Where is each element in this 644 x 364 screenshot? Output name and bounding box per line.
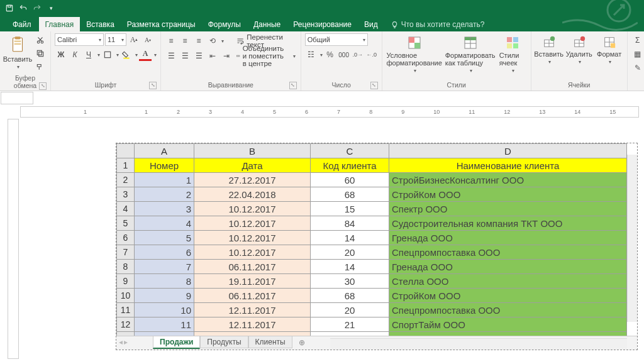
cell[interactable]: 11	[135, 317, 194, 332]
row-header[interactable]: 3	[117, 187, 135, 202]
cell[interactable]: Гренада ООО	[389, 231, 627, 245]
cell[interactable]: Дата	[194, 158, 311, 173]
table-row[interactable]: 121112.11.201721СпортТайм ООО	[117, 317, 627, 332]
cell[interactable]: 10.12.2017	[194, 245, 311, 260]
cell[interactable]: СтройКом ООО	[389, 289, 627, 303]
horizontal-scrollbar[interactable]	[330, 338, 627, 350]
table-row[interactable]: 6510.12.201714Гренада ООО	[117, 231, 627, 245]
table-row[interactable]: 4310.12.201715Спектр ООО	[117, 202, 627, 216]
align-bottom-icon[interactable]: ≡	[192, 35, 205, 47]
tab-formulas[interactable]: Формулы	[202, 17, 247, 31]
cell[interactable]: 7	[135, 260, 194, 274]
format-painter-icon[interactable]	[34, 60, 47, 73]
cell[interactable]: 60	[311, 173, 389, 187]
font-color-more[interactable]: ▾	[153, 52, 157, 58]
cell[interactable]: 15	[311, 202, 389, 216]
cell[interactable]: СтройКом ООО	[389, 187, 627, 202]
tab-home[interactable]: Главная	[39, 17, 80, 31]
cell[interactable]: 06.11.2017	[194, 260, 311, 274]
fill-color-icon[interactable]	[120, 48, 133, 61]
vertical-ruler[interactable]	[8, 119, 19, 359]
table-row[interactable]: 10906.11.201768СтройКом ООО	[117, 289, 627, 303]
cell-styles-button[interactable]: Стили ячеек▾	[498, 34, 527, 75]
cell[interactable]: 3	[135, 202, 194, 216]
tab-data[interactable]: Данные	[247, 17, 287, 31]
tab-nav-prev-icon[interactable]: ◂	[119, 338, 123, 346]
row-header[interactable]: 6	[117, 231, 135, 245]
copy-icon[interactable]	[34, 47, 47, 60]
cell[interactable]: 19.11.2017	[194, 274, 311, 289]
decrease-font-icon[interactable]: A▾	[142, 33, 154, 46]
cell[interactable]: Спецпромпоставка ООО	[389, 245, 627, 260]
cell[interactable]: 8	[135, 274, 194, 289]
align-middle-icon[interactable]: ≡	[179, 35, 191, 47]
row-header[interactable]: 5	[117, 216, 135, 231]
redo-icon[interactable]	[30, 1, 44, 15]
table-row[interactable]: 1НомерДатаКод клиентаНаименование клиент…	[117, 158, 627, 173]
tab-nav-next-icon[interactable]: ▸	[124, 338, 128, 346]
cell[interactable]: 14	[311, 260, 389, 274]
horizontal-ruler[interactable]: 11234567891011121314151617	[20, 106, 639, 118]
column-header-row[interactable]: A B C D	[117, 144, 627, 158]
cell[interactable]: Судостроительная компания ТКТ ООО	[389, 216, 627, 231]
percent-format-icon[interactable]: %	[324, 48, 336, 61]
tab-insert[interactable]: Вставка	[80, 17, 121, 31]
insert-cells-button[interactable]: Вставить▾	[535, 34, 563, 66]
align-right-icon[interactable]: ☰	[192, 50, 205, 62]
cell[interactable]: Гренада ООО	[389, 260, 627, 274]
select-all-corner[interactable]	[117, 144, 135, 158]
tab-review[interactable]: Рецензирование	[287, 17, 358, 31]
column-header[interactable]: D	[389, 144, 627, 158]
qat-customize-icon[interactable]: ▾	[44, 1, 58, 15]
name-box[interactable]	[1, 92, 33, 104]
cell[interactable]: Спектр ООО	[389, 202, 627, 216]
cell[interactable]: 9	[135, 289, 194, 303]
row-header[interactable]: 4	[117, 202, 135, 216]
number-launcher-icon[interactable]: ⤡	[370, 82, 378, 89]
table-row[interactable]: 7610.12.201720Спецпромпоставка ООО	[117, 245, 627, 260]
cell[interactable]: 30	[311, 274, 389, 289]
format-as-table-button[interactable]: Форматировать как таблицу▾	[445, 34, 496, 75]
autosum-icon[interactable]: Σ	[631, 34, 644, 47]
cell[interactable]: Стелла ООО	[389, 274, 627, 289]
comma-format-icon[interactable]: 000	[338, 48, 350, 61]
underline-button[interactable]: Ч	[82, 48, 95, 61]
table-row[interactable]: 111012.11.201720Спецпромпоставка ООО	[117, 303, 627, 317]
row-header[interactable]: 10	[117, 289, 135, 303]
column-header[interactable]: B	[194, 144, 311, 158]
cell[interactable]: 4	[135, 216, 194, 231]
align-center-icon[interactable]: ☰	[179, 50, 191, 62]
align-left-icon[interactable]: ☰	[165, 50, 177, 62]
font-color-icon[interactable]: A	[139, 48, 152, 61]
cell[interactable]: СтройБизнесКонсалтинг ООО	[389, 173, 627, 187]
merge-center-button[interactable]: Объединить и поместить в центре ▾	[235, 49, 297, 63]
increase-indent-icon[interactable]: ⇥	[220, 50, 233, 62]
column-header[interactable]: A	[135, 144, 194, 158]
cell[interactable]: 68	[311, 289, 389, 303]
paste-button[interactable]: Вставить ▾	[4, 34, 31, 71]
font-name-select[interactable]: Calibri▾	[55, 33, 104, 46]
orientation-icon[interactable]: ⟲	[206, 35, 219, 47]
cell[interactable]: 06.11.2017	[194, 289, 311, 303]
cell[interactable]: 10.12.2017	[194, 202, 311, 216]
increase-decimal-icon[interactable]: .0→	[352, 48, 364, 61]
table-row[interactable]: 2127.12.201760СтройБизнесКонсалтинг ООО	[117, 173, 627, 187]
cell[interactable]: Наименование клиента	[389, 158, 627, 173]
row-header[interactable]: 1	[117, 158, 135, 173]
accounting-format-icon[interactable]: ☷	[305, 48, 318, 61]
cell[interactable]: Код клиента	[311, 158, 389, 173]
cell[interactable]: 5	[135, 231, 194, 245]
row-header[interactable]: 12	[117, 317, 135, 332]
cell[interactable]: 2	[135, 187, 194, 202]
add-sheet-button[interactable]: ⊕	[292, 337, 311, 348]
cell[interactable]: СпортТайм ООО	[389, 317, 627, 332]
cell[interactable]: 10	[135, 303, 194, 317]
cell[interactable]: Номер	[135, 158, 194, 173]
tell-me-search[interactable]: Что вы хотите сделать?	[384, 18, 491, 31]
cell[interactable]: 6	[135, 245, 194, 260]
accounting-more[interactable]: ▾	[319, 52, 323, 58]
clear-icon[interactable]: ✎	[631, 62, 644, 74]
vertical-scrollbar[interactable]	[627, 155, 637, 322]
cell[interactable]: 10.12.2017	[194, 216, 311, 231]
table-row[interactable]: 5410.12.201784Судостроительная компания …	[117, 216, 627, 231]
